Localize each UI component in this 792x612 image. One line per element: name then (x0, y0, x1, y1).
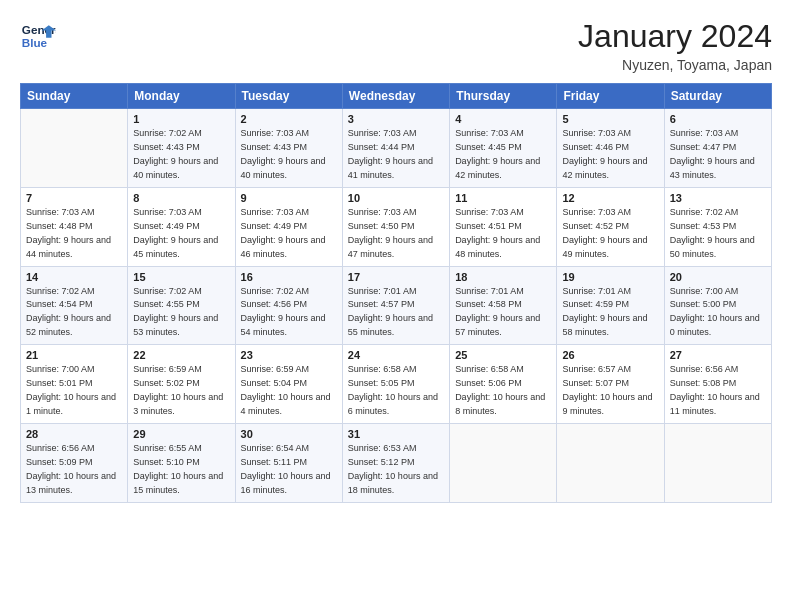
logo-icon: General Blue (20, 18, 56, 54)
day-info: Sunrise: 7:00 AM Sunset: 5:00 PM Dayligh… (670, 285, 766, 341)
day-info: Sunrise: 7:03 AM Sunset: 4:44 PM Dayligh… (348, 127, 444, 183)
day-number: 30 (241, 428, 337, 440)
day-cell: 3Sunrise: 7:03 AM Sunset: 4:44 PM Daylig… (342, 109, 449, 188)
weekday-header-row: Sunday Monday Tuesday Wednesday Thursday… (21, 84, 772, 109)
day-number: 14 (26, 271, 122, 283)
header-tuesday: Tuesday (235, 84, 342, 109)
day-info: Sunrise: 6:55 AM Sunset: 5:10 PM Dayligh… (133, 442, 229, 498)
day-number: 12 (562, 192, 658, 204)
day-info: Sunrise: 6:57 AM Sunset: 5:07 PM Dayligh… (562, 363, 658, 419)
week-row-2: 7Sunrise: 7:03 AM Sunset: 4:48 PM Daylig… (21, 187, 772, 266)
day-cell: 23Sunrise: 6:59 AM Sunset: 5:04 PM Dayli… (235, 345, 342, 424)
day-cell: 19Sunrise: 7:01 AM Sunset: 4:59 PM Dayli… (557, 266, 664, 345)
day-info: Sunrise: 7:03 AM Sunset: 4:46 PM Dayligh… (562, 127, 658, 183)
day-info: Sunrise: 7:03 AM Sunset: 4:49 PM Dayligh… (133, 206, 229, 262)
day-cell: 20Sunrise: 7:00 AM Sunset: 5:00 PM Dayli… (664, 266, 771, 345)
day-info: Sunrise: 6:59 AM Sunset: 5:04 PM Dayligh… (241, 363, 337, 419)
day-cell: 21Sunrise: 7:00 AM Sunset: 5:01 PM Dayli… (21, 345, 128, 424)
day-cell: 16Sunrise: 7:02 AM Sunset: 4:56 PM Dayli… (235, 266, 342, 345)
day-info: Sunrise: 7:01 AM Sunset: 4:57 PM Dayligh… (348, 285, 444, 341)
day-cell: 5Sunrise: 7:03 AM Sunset: 4:46 PM Daylig… (557, 109, 664, 188)
svg-text:Blue: Blue (22, 36, 48, 49)
header-monday: Monday (128, 84, 235, 109)
day-cell: 1Sunrise: 7:02 AM Sunset: 4:43 PM Daylig… (128, 109, 235, 188)
day-info: Sunrise: 6:56 AM Sunset: 5:08 PM Dayligh… (670, 363, 766, 419)
day-number: 31 (348, 428, 444, 440)
day-number: 6 (670, 113, 766, 125)
week-row-3: 14Sunrise: 7:02 AM Sunset: 4:54 PM Dayli… (21, 266, 772, 345)
day-cell: 9Sunrise: 7:03 AM Sunset: 4:49 PM Daylig… (235, 187, 342, 266)
day-cell (21, 109, 128, 188)
day-number: 23 (241, 349, 337, 361)
header-sunday: Sunday (21, 84, 128, 109)
day-cell: 12Sunrise: 7:03 AM Sunset: 4:52 PM Dayli… (557, 187, 664, 266)
day-cell (664, 424, 771, 503)
day-info: Sunrise: 6:56 AM Sunset: 5:09 PM Dayligh… (26, 442, 122, 498)
day-info: Sunrise: 7:02 AM Sunset: 4:55 PM Dayligh… (133, 285, 229, 341)
day-info: Sunrise: 7:03 AM Sunset: 4:43 PM Dayligh… (241, 127, 337, 183)
header-friday: Friday (557, 84, 664, 109)
day-number: 10 (348, 192, 444, 204)
header-thursday: Thursday (450, 84, 557, 109)
day-cell: 18Sunrise: 7:01 AM Sunset: 4:58 PM Dayli… (450, 266, 557, 345)
day-cell: 26Sunrise: 6:57 AM Sunset: 5:07 PM Dayli… (557, 345, 664, 424)
day-cell: 17Sunrise: 7:01 AM Sunset: 4:57 PM Dayli… (342, 266, 449, 345)
day-info: Sunrise: 7:02 AM Sunset: 4:54 PM Dayligh… (26, 285, 122, 341)
header-wednesday: Wednesday (342, 84, 449, 109)
day-info: Sunrise: 6:58 AM Sunset: 5:06 PM Dayligh… (455, 363, 551, 419)
day-cell: 24Sunrise: 6:58 AM Sunset: 5:05 PM Dayli… (342, 345, 449, 424)
day-number: 26 (562, 349, 658, 361)
title-block: January 2024 Nyuzen, Toyama, Japan (578, 18, 772, 73)
subtitle: Nyuzen, Toyama, Japan (578, 57, 772, 73)
day-cell: 8Sunrise: 7:03 AM Sunset: 4:49 PM Daylig… (128, 187, 235, 266)
day-info: Sunrise: 6:59 AM Sunset: 5:02 PM Dayligh… (133, 363, 229, 419)
day-cell: 11Sunrise: 7:03 AM Sunset: 4:51 PM Dayli… (450, 187, 557, 266)
day-info: Sunrise: 7:01 AM Sunset: 4:58 PM Dayligh… (455, 285, 551, 341)
day-number: 28 (26, 428, 122, 440)
day-cell: 28Sunrise: 6:56 AM Sunset: 5:09 PM Dayli… (21, 424, 128, 503)
day-number: 17 (348, 271, 444, 283)
day-cell: 22Sunrise: 6:59 AM Sunset: 5:02 PM Dayli… (128, 345, 235, 424)
day-number: 16 (241, 271, 337, 283)
day-cell: 27Sunrise: 6:56 AM Sunset: 5:08 PM Dayli… (664, 345, 771, 424)
day-cell: 6Sunrise: 7:03 AM Sunset: 4:47 PM Daylig… (664, 109, 771, 188)
day-info: Sunrise: 7:03 AM Sunset: 4:51 PM Dayligh… (455, 206, 551, 262)
calendar: Sunday Monday Tuesday Wednesday Thursday… (20, 83, 772, 503)
day-number: 11 (455, 192, 551, 204)
day-cell: 15Sunrise: 7:02 AM Sunset: 4:55 PM Dayli… (128, 266, 235, 345)
page: General Blue January 2024 Nyuzen, Toyama… (0, 0, 792, 612)
day-info: Sunrise: 6:58 AM Sunset: 5:05 PM Dayligh… (348, 363, 444, 419)
day-number: 5 (562, 113, 658, 125)
day-cell: 10Sunrise: 7:03 AM Sunset: 4:50 PM Dayli… (342, 187, 449, 266)
day-cell: 13Sunrise: 7:02 AM Sunset: 4:53 PM Dayli… (664, 187, 771, 266)
day-cell: 4Sunrise: 7:03 AM Sunset: 4:45 PM Daylig… (450, 109, 557, 188)
day-info: Sunrise: 7:02 AM Sunset: 4:53 PM Dayligh… (670, 206, 766, 262)
day-cell (450, 424, 557, 503)
day-info: Sunrise: 7:02 AM Sunset: 4:43 PM Dayligh… (133, 127, 229, 183)
day-number: 13 (670, 192, 766, 204)
day-number: 24 (348, 349, 444, 361)
day-number: 25 (455, 349, 551, 361)
week-row-1: 1Sunrise: 7:02 AM Sunset: 4:43 PM Daylig… (21, 109, 772, 188)
day-cell: 7Sunrise: 7:03 AM Sunset: 4:48 PM Daylig… (21, 187, 128, 266)
header-saturday: Saturday (664, 84, 771, 109)
day-number: 21 (26, 349, 122, 361)
day-number: 9 (241, 192, 337, 204)
day-number: 3 (348, 113, 444, 125)
day-cell: 2Sunrise: 7:03 AM Sunset: 4:43 PM Daylig… (235, 109, 342, 188)
day-cell: 14Sunrise: 7:02 AM Sunset: 4:54 PM Dayli… (21, 266, 128, 345)
day-info: Sunrise: 7:00 AM Sunset: 5:01 PM Dayligh… (26, 363, 122, 419)
day-info: Sunrise: 6:54 AM Sunset: 5:11 PM Dayligh… (241, 442, 337, 498)
day-info: Sunrise: 7:01 AM Sunset: 4:59 PM Dayligh… (562, 285, 658, 341)
day-info: Sunrise: 7:02 AM Sunset: 4:56 PM Dayligh… (241, 285, 337, 341)
day-cell (557, 424, 664, 503)
day-number: 2 (241, 113, 337, 125)
header: General Blue January 2024 Nyuzen, Toyama… (20, 18, 772, 73)
day-number: 15 (133, 271, 229, 283)
day-number: 27 (670, 349, 766, 361)
day-number: 20 (670, 271, 766, 283)
logo: General Blue (20, 18, 56, 54)
day-cell: 25Sunrise: 6:58 AM Sunset: 5:06 PM Dayli… (450, 345, 557, 424)
day-cell: 31Sunrise: 6:53 AM Sunset: 5:12 PM Dayli… (342, 424, 449, 503)
day-number: 7 (26, 192, 122, 204)
